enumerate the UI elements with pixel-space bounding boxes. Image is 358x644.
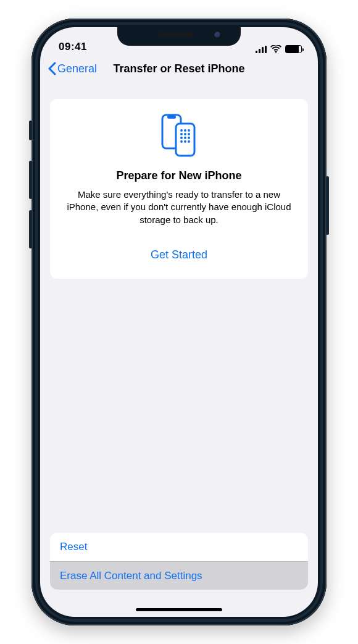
get-started-button[interactable]: Get Started [147, 245, 211, 265]
home-indicator[interactable] [136, 608, 222, 611]
erase-all-label: Erase All Content and Settings [60, 570, 202, 582]
screen: 09:41 [40, 27, 318, 617]
reset-label: Reset [60, 541, 87, 553]
back-button[interactable]: General [45, 58, 99, 79]
svg-point-11 [188, 137, 190, 139]
svg-rect-2 [176, 124, 194, 156]
volume-up-button [29, 161, 32, 199]
iphone-device-frame: 09:41 [31, 19, 327, 625]
silence-switch [29, 121, 32, 140]
svg-point-12 [180, 140, 183, 143]
side-button [326, 176, 329, 235]
svg-point-8 [188, 133, 190, 135]
status-icons [256, 45, 302, 53]
svg-point-14 [188, 140, 190, 143]
wifi-icon [270, 45, 281, 53]
svg-point-5 [188, 129, 190, 132]
svg-point-7 [184, 133, 186, 135]
front-camera [214, 31, 222, 39]
svg-point-9 [180, 137, 183, 139]
svg-point-10 [184, 137, 186, 139]
svg-point-13 [184, 140, 186, 143]
erase-all-row[interactable]: Erase All Content and Settings [50, 561, 308, 590]
svg-point-3 [180, 129, 183, 132]
earpiece-speaker [159, 33, 193, 37]
prepare-description: Make sure everything's ready to transfer… [64, 189, 294, 226]
svg-point-6 [180, 133, 183, 135]
content-area: Prepare for New iPhone Make sure everyth… [40, 83, 318, 279]
svg-rect-1 [167, 116, 176, 119]
navigation-bar: General Transfer or Reset iPhone [40, 54, 318, 83]
prepare-card: Prepare for New iPhone Make sure everyth… [50, 99, 308, 279]
back-label: General [57, 62, 97, 75]
svg-point-4 [184, 129, 186, 132]
reset-row[interactable]: Reset [50, 533, 308, 561]
notch [117, 27, 241, 46]
battery-icon [285, 45, 302, 53]
chevron-left-icon [48, 62, 56, 75]
cellular-signal-icon [256, 46, 267, 53]
devices-transfer-icon [159, 114, 199, 159]
prepare-title: Prepare for New iPhone [64, 169, 294, 182]
status-time: 09:41 [59, 41, 87, 53]
volume-down-button [29, 210, 32, 248]
actions-list: Reset Erase All Content and Settings [50, 533, 308, 590]
